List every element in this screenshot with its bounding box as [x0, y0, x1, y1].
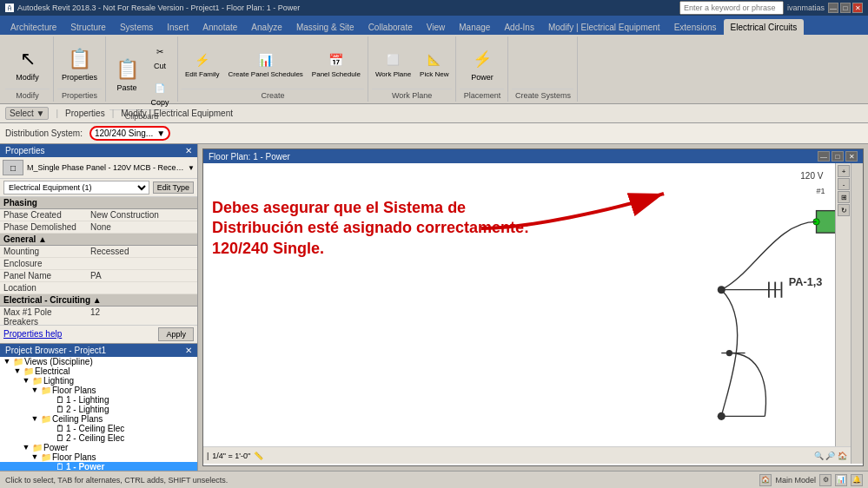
- status-icon-3[interactable]: 🔔: [851, 474, 863, 486]
- properties-footer: Properties help Apply: [0, 325, 197, 343]
- tree-toggle-power: ▼: [21, 443, 31, 452]
- ribbon-buttons-workplane: ⬜ Work Plane 📐 Pick New: [372, 38, 453, 89]
- tab-view[interactable]: View: [420, 19, 453, 35]
- workplane-icon: ⬜: [382, 49, 403, 70]
- app-logo: 🅰: [5, 3, 14, 13]
- prop-row-location: Location: [0, 282, 197, 294]
- tab-insert[interactable]: Insert: [160, 19, 195, 35]
- tree-item-power[interactable]: ▼ 📁 Power: [0, 443, 197, 452]
- right-scrollbar[interactable]: [851, 163, 863, 464]
- view-window: Floor Plan: 1 - Power — □ ✕ Debes asegur…: [202, 148, 864, 466]
- tab-addins[interactable]: Add-Ins: [497, 19, 540, 35]
- tab-massing[interactable]: Massing & Site: [289, 19, 361, 35]
- tree-item-floor-plans-power[interactable]: ▼ 📁 Floor Plans: [0, 452, 197, 462]
- browser-title: Project Browser - Project1: [5, 346, 106, 355]
- restore-button[interactable]: □: [840, 3, 851, 13]
- tree-item-1-power[interactable]: 🗒 1 - Power: [0, 462, 197, 472]
- tree-icon-power: 📁: [31, 443, 43, 452]
- ribbon-group-label-placement: Placement: [460, 89, 504, 100]
- title-bar-right: ivanmatias — □ ✕: [679, 1, 863, 15]
- window-controls: — □ ✕: [828, 3, 863, 13]
- tab-annotate[interactable]: Annotate: [195, 19, 244, 35]
- zoom-in-button[interactable]: +: [838, 165, 850, 177]
- view-right-tools: + - ⊞ ↻: [835, 163, 851, 464]
- tree-label-electrical: Electrical: [35, 366, 70, 376]
- tab-architecture[interactable]: Architecture: [3, 19, 63, 35]
- status-icon-1[interactable]: ⚙: [819, 474, 832, 486]
- browser-close-icon[interactable]: ✕: [185, 346, 192, 355]
- zoom-out-button[interactable]: -: [838, 178, 850, 190]
- status-icon-2[interactable]: 📊: [835, 474, 847, 486]
- prop-row-enclosure: Enclosure: [0, 258, 197, 270]
- view-title-bar: Floor Plan: 1 - Power — □ ✕: [203, 149, 863, 163]
- select-mode[interactable]: Select ▼: [5, 107, 49, 120]
- tree-item-views[interactable]: ▼ 📁 Views (Discipline): [0, 357, 197, 366]
- tree-item-floor-plans-lighting[interactable]: ▼ 📁 Floor Plans: [0, 386, 197, 395]
- tree-icon-1-lighting: 🗒: [54, 395, 66, 405]
- tab-systems[interactable]: Systems: [113, 19, 160, 35]
- pick-new-icon: 📐: [424, 49, 445, 70]
- tree-icon-1-power: 🗒: [54, 462, 66, 472]
- apply-button[interactable]: Apply: [158, 327, 194, 341]
- tree-item-2-lighting[interactable]: 🗒 2 - Lighting: [0, 405, 197, 414]
- tree-item-2-ceiling[interactable]: 🗒 2 - Ceiling Elec: [0, 433, 197, 443]
- tree-item-electrical[interactable]: ▼ 📁 Electrical: [0, 366, 197, 376]
- cut-icon: ✂: [149, 41, 170, 62]
- workplane-button[interactable]: ⬜ Work Plane: [372, 47, 414, 81]
- panel-schedule-icon: 📅: [326, 49, 347, 70]
- ribbon-buttons-clipboard: 📋 Paste ✂Cut 📄Copy: [109, 38, 174, 109]
- fit-button[interactable]: ⊞: [838, 191, 850, 203]
- tab-extensions[interactable]: Extensions: [667, 19, 724, 35]
- browser-header[interactable]: Project Browser - Project1 ✕: [0, 344, 197, 357]
- power-button[interactable]: ⚡ Power: [465, 43, 500, 84]
- properties-ribbon-button[interactable]: 📋 Properties: [58, 43, 101, 84]
- minimize-button[interactable]: —: [828, 3, 838, 13]
- edit-type-button[interactable]: Edit Type: [153, 181, 194, 194]
- panel-schedules-button[interactable]: 📊 Create Panel Schedules: [225, 47, 307, 81]
- tab-manage[interactable]: Manage: [452, 19, 497, 35]
- panel-schedule-button[interactable]: 📅 Panel Schedule: [308, 47, 364, 81]
- properties-header: Properties ✕: [0, 144, 197, 157]
- properties-close-icon[interactable]: ✕: [185, 146, 192, 155]
- pick-new-button[interactable]: 📐 Pick New: [416, 47, 452, 81]
- family-name: M_Single Phase Panel - 120V MCB - Recess…: [25, 162, 186, 173]
- tree-item-1-ceiling[interactable]: 🗒 1 - Ceiling Elec: [0, 424, 197, 433]
- paste-button[interactable]: 📋 Paste: [109, 53, 144, 95]
- tree-icon-floor-plans-power: 📁: [40, 452, 52, 462]
- modify-button[interactable]: ↖ Modify: [10, 43, 45, 84]
- ribbon-group-label-workplane: Work Plane: [372, 89, 453, 100]
- main-area: Properties ✕ □ M_Single Phase Panel - 12…: [0, 144, 868, 471]
- type-select[interactable]: Electrical Equipment (1): [3, 181, 149, 195]
- cut-button[interactable]: ✂Cut: [146, 38, 174, 73]
- view-restore-button[interactable]: □: [832, 151, 844, 162]
- tab-structure[interactable]: Structure: [63, 19, 113, 35]
- tab-electrical-circuits[interactable]: Electrical Circuits: [724, 19, 805, 35]
- rotate-button[interactable]: ↻: [838, 204, 850, 216]
- tree-toggle-ceiling-plans: ▼: [30, 414, 40, 423]
- tree-toggle-lighting: ▼: [21, 376, 31, 385]
- tree-item-lighting[interactable]: ▼ 📁 Lighting: [0, 376, 197, 386]
- close-button[interactable]: ✕: [852, 3, 863, 13]
- tab-collaborate[interactable]: Collaborate: [361, 19, 420, 35]
- tree-label-ceiling-plans: Ceiling Plans: [52, 414, 103, 424]
- project-browser: Project Browser - Project1 ✕ ▼ 📁 Views (…: [0, 343, 197, 472]
- ribbon-group-create-systems: Create Systems: [508, 36, 578, 102]
- voltage-label: 120 V: [800, 171, 823, 181]
- model-label: Main Model: [775, 476, 816, 485]
- create-family-button[interactable]: ⚡ Edit Family: [182, 47, 223, 81]
- tree-item-1-lighting[interactable]: 🗒 1 - Lighting: [0, 395, 197, 405]
- modify-icon: ↖: [14, 45, 42, 73]
- tree-label-1-power: 1 - Power: [66, 462, 104, 472]
- tab-modify-electrical[interactable]: Modify | Electrical Equipment: [541, 19, 667, 35]
- view-min-button[interactable]: —: [818, 151, 830, 162]
- properties-help-link[interactable]: Properties help: [3, 329, 62, 339]
- tab-analyze[interactable]: Analyze: [244, 19, 289, 35]
- view-close-button[interactable]: ✕: [845, 151, 858, 162]
- search-input[interactable]: [679, 1, 784, 15]
- copy-button[interactable]: 📄Copy: [146, 75, 174, 109]
- tree-item-ceiling-plans[interactable]: ▼ 📁 Ceiling Plans: [0, 414, 197, 424]
- family-dropdown-icon[interactable]: ▼: [188, 164, 195, 172]
- distribution-select[interactable]: 120/240 Sing... ▼: [89, 126, 170, 141]
- browser-content: ▼ 📁 Views (Discipline) ▼ 📁 Electrical ▼ …: [0, 357, 197, 472]
- model-icon: 🏠: [759, 474, 772, 486]
